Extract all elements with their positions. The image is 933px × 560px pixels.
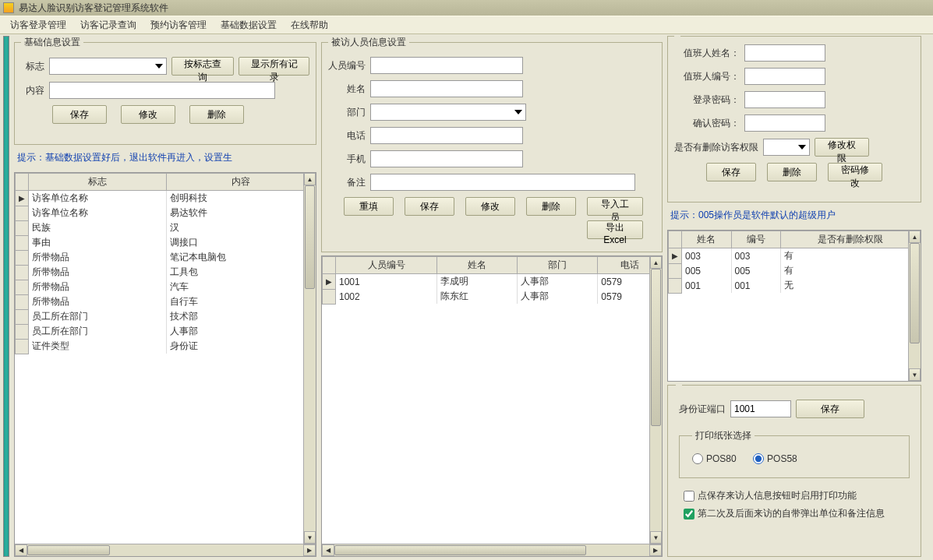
table-row[interactable]: 员工所在部门技术部 <box>16 309 316 324</box>
menu-visitor-login[interactable]: 访客登录管理 <box>3 16 73 34</box>
visitee-scrollbar-h[interactable]: ◀▶ <box>322 544 662 556</box>
table-row[interactable]: 访客单位名称易达软件 <box>16 206 316 220</box>
popup-unit-check[interactable]: 第二次及后面来访的自带弹出单位和备注信息 <box>684 507 905 520</box>
pwd-edit-button[interactable]: 密码修改 <box>828 163 882 181</box>
flag-select[interactable] <box>49 58 167 75</box>
table-row[interactable]: 证件类型身份证 <box>16 339 316 354</box>
id-port-label: 身份证端口 <box>679 403 726 416</box>
visitee-legend: 被访人员信息设置 <box>328 36 409 49</box>
search-by-flag-button[interactable]: 按标志查询 <box>171 57 235 76</box>
duty-hint: 提示：005操作员是软件默认的超级用户 <box>670 209 921 222</box>
basic-edit-button[interactable]: 修改 <box>121 105 175 124</box>
export-excel-button[interactable]: 导出Excel <box>587 220 643 239</box>
menu-basic-data[interactable]: 基础数据设置 <box>214 16 284 34</box>
menu-help[interactable]: 在线帮助 <box>284 16 335 34</box>
edit-perm-button[interactable]: 修改权限 <box>815 138 869 157</box>
table-row[interactable]: 005005有 <box>669 263 921 278</box>
table-row[interactable]: 员工所在部门人事部 <box>16 324 316 339</box>
duty-save-button[interactable]: 保存 <box>706 163 756 181</box>
flag-label: 标志 <box>21 60 44 73</box>
menu-reserve[interactable]: 预约访客管理 <box>143 16 214 34</box>
duty-delete-button[interactable]: 删除 <box>767 163 817 181</box>
visitee-edit-button[interactable]: 修改 <box>465 197 515 216</box>
tel-input[interactable] <box>370 127 523 144</box>
name-input[interactable] <box>370 80 523 97</box>
table-row[interactable]: 所带物品自行车 <box>16 294 316 309</box>
duty-no-label: 值班人编号： <box>674 70 740 83</box>
pwd-input[interactable] <box>744 91 825 108</box>
duty-name-label: 值班人姓名： <box>674 47 740 60</box>
port-save-button[interactable]: 保存 <box>796 400 864 418</box>
mobile-label: 手机 <box>328 153 366 166</box>
visitee-scrollbar-v[interactable]: ▲▼ <box>649 256 662 544</box>
duty-no-input[interactable] <box>744 68 825 85</box>
duty-fieldset: 值班人姓名： 值班人编号： 登录密码： 确认密码： 是否有删除访客权限 修改权限… <box>667 36 921 203</box>
basic-save-button[interactable]: 保存 <box>52 105 107 124</box>
table-row[interactable]: 001001无 <box>669 278 921 293</box>
pwd2-input[interactable] <box>744 114 825 132</box>
tel-label: 电话 <box>328 129 366 143</box>
content-input[interactable] <box>49 82 275 99</box>
title-bar: 易达人脸识别访客登记管理系统软件 <box>0 0 933 16</box>
content-label: 内容 <box>21 84 44 97</box>
enable-print-checkbox[interactable] <box>684 491 694 502</box>
duty-name-input[interactable] <box>744 44 825 62</box>
personnel-no-input[interactable] <box>370 57 523 74</box>
duty-table: 姓名 编号 是否有删除权限 ▶003003有005005有001001无 ▲▼ <box>667 230 921 382</box>
menu-bar: 访客登录管理 访客记录查询 预约访客管理 基础数据设置 在线帮助 <box>0 16 933 34</box>
visitee-save-button[interactable]: 保存 <box>405 197 454 216</box>
pos80-radio[interactable]: POS80 <box>692 453 737 464</box>
basic-scrollbar-h[interactable]: ◀▶ <box>15 544 316 556</box>
pwd-label: 登录密码： <box>674 93 740 107</box>
visitee-fieldset: 被访人员信息设置 人员编号 姓名 部门 电话 手机 备注 重填 保存 修改 删除… <box>321 36 663 252</box>
visitee-delete-button[interactable]: 删除 <box>526 197 576 216</box>
personnel-no-label: 人员编号 <box>328 59 366 72</box>
basic-scrollbar-v[interactable]: ▲▼ <box>303 173 316 544</box>
del-perm-select[interactable] <box>763 139 810 156</box>
paper-legend: 打印纸张选择 <box>692 429 755 442</box>
name-label: 姓名 <box>328 83 366 96</box>
menu-visitor-query[interactable]: 访客记录查询 <box>73 16 143 34</box>
pos58-radio[interactable]: POS58 <box>753 453 797 464</box>
id-port-input[interactable] <box>730 400 791 417</box>
basic-delete-button[interactable]: 删除 <box>189 105 244 124</box>
dept-label: 部门 <box>328 106 366 119</box>
table-row[interactable]: ▶1001李成明人事部0579 <box>323 274 662 290</box>
visitee-reset-button[interactable]: 重填 <box>344 197 394 216</box>
basic-table: 标志内容 ▶访客单位名称创明科技访客单位名称易达软件民族汉事由调接口所带物品笔记… <box>14 172 316 557</box>
remark-label: 备注 <box>328 176 366 189</box>
left-strip[interactable] <box>3 36 9 557</box>
mobile-input[interactable] <box>370 150 523 167</box>
window-title: 易达人脸识别访客登记管理系统软件 <box>19 2 168 15</box>
table-row[interactable]: 事由调接口 <box>16 235 316 250</box>
table-row[interactable]: ▶003003有 <box>669 248 921 264</box>
show-all-button[interactable]: 显示所有记录 <box>239 57 309 76</box>
enable-print-check[interactable]: 点保存来访人信息按钮时启用打印功能 <box>684 489 905 502</box>
table-row[interactable]: 所带物品笔记本电脑包 <box>16 250 316 265</box>
table-row[interactable]: 1002陈东红人事部0579 <box>323 289 662 304</box>
settings-fieldset: 身份证端口 保存 打印纸张选择 POS80 POS58 点保存来访人信息按钮时启… <box>667 385 921 557</box>
dept-select[interactable] <box>370 104 526 121</box>
duty-scrollbar-v[interactable]: ▲▼ <box>908 231 921 381</box>
table-row[interactable]: 所带物品汽车 <box>16 280 316 294</box>
paper-fieldset: 打印纸张选择 POS80 POS58 <box>679 429 910 478</box>
basic-info-legend: 基础信息设置 <box>21 36 83 49</box>
del-perm-label: 是否有删除访客权限 <box>674 141 758 154</box>
app-icon <box>3 2 14 13</box>
pwd2-label: 确认密码： <box>674 117 740 130</box>
visitee-table: 人员编号 姓名 部门 电话 ▶1001李成明人事部05791002陈东红人事部0… <box>321 255 663 557</box>
table-row[interactable]: 民族汉 <box>16 220 316 235</box>
basic-info-fieldset: 基础信息设置 标志 按标志查询 显示所有记录 内容 保存 修改 删除 <box>14 36 316 145</box>
remark-input[interactable] <box>370 174 635 191</box>
table-row[interactable]: 所带物品工具包 <box>16 265 316 280</box>
import-staff-button[interactable]: 导入工员 <box>587 197 643 216</box>
basic-hint: 提示：基础数据设置好后，退出软件再进入，设置生 <box>17 151 316 164</box>
table-row[interactable]: ▶访客单位名称创明科技 <box>16 191 316 206</box>
popup-unit-checkbox[interactable] <box>684 509 694 519</box>
